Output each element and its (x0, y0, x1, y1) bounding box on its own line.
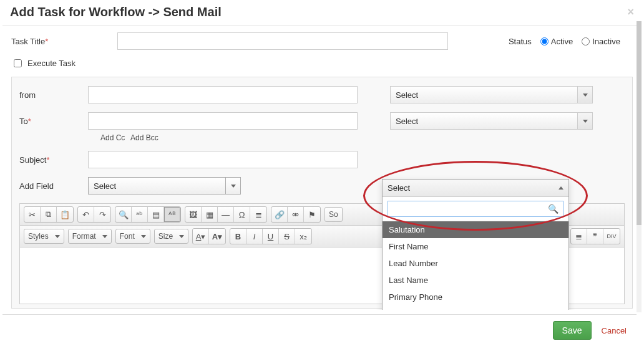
chevron-down-icon (577, 87, 592, 103)
spellcheck-icon[interactable]: ᴬᴮ (164, 207, 180, 222)
status-inactive-radio[interactable]: Inactive (582, 37, 620, 46)
specialchar-icon[interactable]: Ω (234, 207, 250, 222)
undo-icon[interactable]: ↶ (78, 207, 94, 222)
subject-field-dropdown: Select 🔍 Salutation First Name Lead Numb… (382, 179, 569, 310)
italic-icon[interactable]: I (246, 229, 263, 244)
dropdown-item[interactable]: Company (383, 305, 568, 310)
underline-icon[interactable]: U (263, 229, 279, 244)
to-select[interactable]: Select (390, 112, 593, 130)
strike-icon[interactable]: S (279, 229, 295, 244)
subscript-icon[interactable]: x₂ (295, 229, 311, 244)
execute-task-checkbox[interactable] (14, 59, 22, 67)
hr-icon[interactable]: — (218, 207, 234, 222)
bold-icon[interactable]: B (230, 229, 246, 244)
dropdown-item[interactable]: Last Name (383, 272, 568, 289)
font-dropdown[interactable]: Font (115, 229, 150, 244)
source-button[interactable]: So (324, 207, 343, 222)
selectall-icon[interactable]: ▤ (148, 207, 164, 222)
close-icon[interactable]: × (627, 6, 634, 19)
paste-icon[interactable]: 📋 (57, 207, 73, 222)
dropdown-item[interactable]: Primary Phone (383, 289, 568, 305)
add-field-label: Add Field (19, 181, 88, 191)
search-icon: 🔍 (548, 204, 559, 214)
modal-header: Add Task for Workflow -> Send Mail × (2, 0, 642, 26)
scrollbar[interactable] (637, 21, 642, 312)
div-icon[interactable]: DIV (603, 229, 620, 244)
modal-footer: Save Cancel (2, 314, 637, 346)
subject-label: Subject* (19, 155, 88, 165)
unlink-icon[interactable]: ⚮ (288, 207, 304, 222)
dropdown-search-input[interactable] (388, 201, 564, 217)
redo-icon[interactable]: ↷ (94, 207, 110, 222)
pagebreak-icon[interactable]: ≣ (250, 207, 266, 222)
to-input[interactable] (88, 112, 358, 130)
table-icon[interactable]: ▦ (202, 207, 218, 222)
textcolor-icon[interactable]: A▾ (193, 229, 209, 244)
dropdown-item[interactable]: First Name (383, 238, 568, 255)
size-dropdown[interactable]: Size (154, 229, 188, 244)
styles-dropdown[interactable]: Styles (24, 229, 64, 244)
cut-icon[interactable]: ✂ (24, 207, 41, 222)
dropdown-list[interactable]: Salutation First Name Lead Number Last N… (383, 221, 568, 310)
anchor-icon[interactable]: ⚑ (304, 207, 320, 222)
dropdown-header[interactable]: Select (383, 180, 568, 197)
add-bcc-link[interactable]: Add Bcc (130, 133, 159, 142)
link-icon[interactable]: 🔗 (271, 207, 288, 222)
task-title-input[interactable] (117, 32, 448, 50)
cancel-link[interactable]: Cancel (602, 326, 627, 335)
from-select[interactable]: Select (390, 86, 593, 103)
chevron-down-icon (577, 113, 592, 129)
status-label: Status (509, 37, 532, 46)
status-active-radio[interactable]: Active (540, 37, 573, 46)
dropdown-item[interactable]: Lead Number (383, 255, 568, 272)
replace-icon[interactable]: ᵃᵇ (132, 207, 148, 222)
modal-title: Add Task for Workflow -> Send Mail (10, 5, 222, 19)
modal-body: Task Title* Status Active Inactive Execu… (2, 26, 642, 310)
chevron-up-icon (559, 186, 564, 190)
find-icon[interactable]: 🔍 (115, 207, 132, 222)
image-icon[interactable]: 🖼 (185, 207, 202, 222)
indent-icon[interactable]: ≣ (571, 229, 587, 244)
add-cc-link[interactable]: Add Cc (100, 133, 125, 142)
task-title-label: Task Title* (11, 37, 117, 46)
from-input[interactable] (88, 86, 358, 103)
copy-icon[interactable]: ⧉ (41, 207, 57, 222)
from-label: from (19, 90, 88, 100)
subject-input[interactable] (88, 151, 358, 168)
chevron-down-icon (225, 178, 240, 194)
save-button[interactable]: Save (553, 321, 592, 340)
execute-task-label: Execute Task (27, 59, 76, 68)
to-label: To* (19, 117, 88, 126)
format-dropdown[interactable]: Format (68, 229, 112, 244)
blockquote-icon[interactable]: ❞ (587, 229, 603, 244)
add-field-select[interactable]: Select (88, 177, 241, 195)
dropdown-item[interactable]: Salutation (383, 221, 568, 238)
bgcolor-icon[interactable]: A▾ (209, 229, 225, 244)
